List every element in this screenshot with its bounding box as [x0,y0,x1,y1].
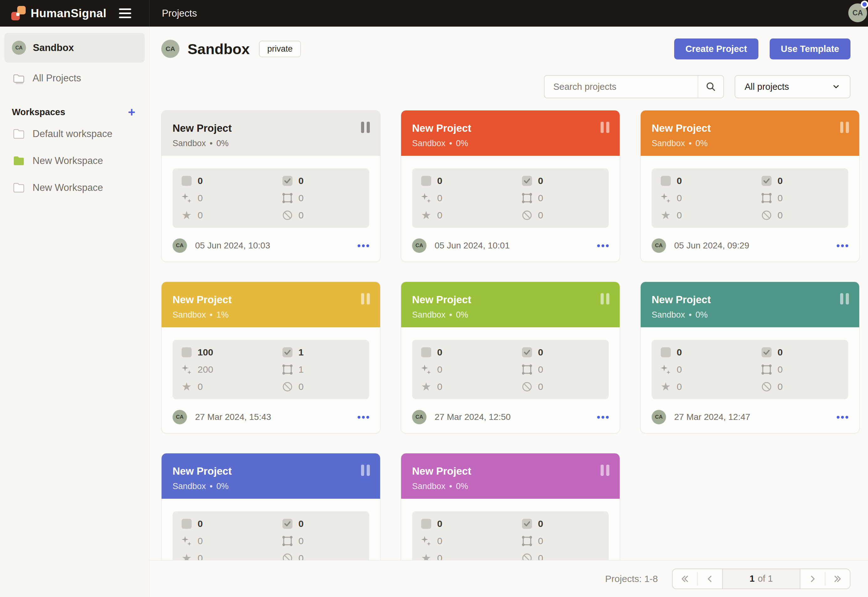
stat-tasks: 0 [181,175,281,187]
project-card-header: New Project Sandbox • 0% [162,453,380,499]
card-menu-ellipsis-icon[interactable] [357,413,369,422]
card-menu-ellipsis-icon[interactable] [837,413,848,422]
project-title: New Project [173,122,369,134]
stat-regions: 0 [761,364,848,376]
bounding-box-icon [761,192,773,204]
stat-starred: ★ 0 [181,209,281,221]
stat-predictions: 200 [181,364,281,376]
page-indicator: 1 of 1 [722,569,800,588]
stat-annotations: 0 [521,175,609,187]
topbar-nav-projects[interactable]: Projects [162,8,197,19]
stat-predictions: 0 [420,535,521,547]
project-card[interactable]: New Project Sandbox • 1% 100 200 [161,282,380,434]
pause-icon[interactable] [601,293,609,304]
stacked-folders-icon [12,72,26,85]
double-chevron-right-icon [832,573,843,584]
stat-predictions: 0 [420,364,521,376]
pause-icon[interactable] [361,122,370,133]
project-progress: 0% [216,481,229,491]
pause-icon[interactable] [840,293,849,304]
star-icon: ★ [420,381,432,393]
project-card[interactable]: New Project Sandbox • 0% 0 0 [401,282,620,434]
create-project-button[interactable]: Create Project [674,39,758,59]
bounding-box-icon [281,535,293,547]
bullet-separator: • [210,139,213,148]
card-menu-ellipsis-icon[interactable] [597,413,609,422]
search-icon [705,81,716,92]
bounding-box-icon [521,192,533,204]
pause-icon[interactable] [601,465,609,476]
project-workspace: Sandbox [173,139,206,148]
sidebar-item-all-projects[interactable]: All Projects [4,67,144,89]
sidebar-item-new-workspace-2[interactable]: New Workspace [4,177,144,199]
card-menu-ellipsis-icon[interactable] [837,241,848,250]
chevron-down-icon [832,82,840,91]
pause-icon[interactable] [601,122,609,133]
previous-page-button[interactable] [698,569,722,588]
stat-skipped: 0 [521,381,609,393]
check-square-icon [521,346,533,358]
ban-icon [761,209,773,221]
sidebar-item-sandbox[interactable]: CA Sandbox [4,33,144,62]
stat-regions: 0 [761,192,848,204]
project-card[interactable]: New Project Sandbox • 0% 0 0 [640,282,859,434]
card-menu-ellipsis-icon[interactable] [597,241,609,250]
card-menu-ellipsis-icon[interactable] [357,241,369,250]
stat-annotations: 0 [521,518,609,530]
created-date: 05 Jun 2024, 10:03 [195,241,270,251]
project-card-header: New Project Sandbox • 0% [401,453,620,499]
use-template-button[interactable]: Use Template [770,39,850,59]
check-square-icon [281,518,293,530]
project-title: New Project [412,122,609,134]
folder-outline-icon [12,128,26,140]
brand-logo[interactable]: HumanSignal [0,6,106,21]
stat-annotations: 1 [281,346,369,358]
created-date: 05 Jun 2024, 10:01 [435,241,510,251]
project-title: New Project [173,294,369,306]
projects-filter-select[interactable]: All projects [735,75,850,98]
stat-annotations: 0 [281,518,369,530]
bullet-separator: • [689,310,692,320]
project-stats-panel: 0 0 ★ 0 [652,340,848,399]
square-icon [660,175,671,187]
star-icon: ★ [181,209,192,221]
stat-annotations: 0 [761,175,848,187]
square-icon [181,175,192,187]
last-page-button[interactable] [825,569,850,588]
check-square-icon [761,346,773,358]
project-title: New Project [173,465,369,477]
add-workspace-button[interactable]: + [126,106,137,118]
menu-hamburger-icon[interactable] [119,4,138,23]
sidebar: CA Sandbox All Projects Workspaces + Def… [0,27,149,597]
project-progress: 1% [216,310,229,320]
created-date: 05 Jun 2024, 09:29 [674,241,749,251]
pause-icon[interactable] [361,293,370,304]
project-card[interactable]: New Project Sandbox • 0% 0 0 [161,110,380,262]
project-card[interactable]: New Project Sandbox • 0% 0 0 [401,110,620,262]
project-progress: 0% [695,139,708,148]
pause-icon[interactable] [840,122,849,133]
page-header: CA Sandbox private Create Project Use Te… [161,37,850,60]
stat-regions: 0 [521,535,609,547]
check-square-icon [521,175,533,187]
search-input[interactable] [545,76,698,98]
project-stats-panel: 0 0 ★ 0 [412,168,609,228]
sidebar-item-default-workspace[interactable]: Default workspace [4,123,144,145]
search-button[interactable] [698,76,723,98]
first-page-button[interactable] [673,569,697,588]
stat-tasks: 0 [420,518,521,530]
bounding-box-icon [281,364,293,376]
next-page-button[interactable] [800,569,825,588]
pause-icon[interactable] [361,465,370,476]
project-stats-panel: 0 0 ★ 0 [412,340,609,399]
project-card[interactable]: New Project Sandbox • 0% 0 0 [640,110,859,262]
creator-avatar: CA [652,238,666,253]
stat-predictions: 0 [181,535,281,547]
user-avatar[interactable]: CA [848,3,867,22]
sparkles-icon [181,364,192,376]
sidebar-item-label: New Workspace [33,182,103,193]
sidebar-item-new-workspace-1[interactable]: New Workspace [4,150,144,172]
stat-regions: 0 [521,192,609,204]
creator-avatar: CA [173,410,187,424]
stat-predictions: 0 [420,192,521,204]
